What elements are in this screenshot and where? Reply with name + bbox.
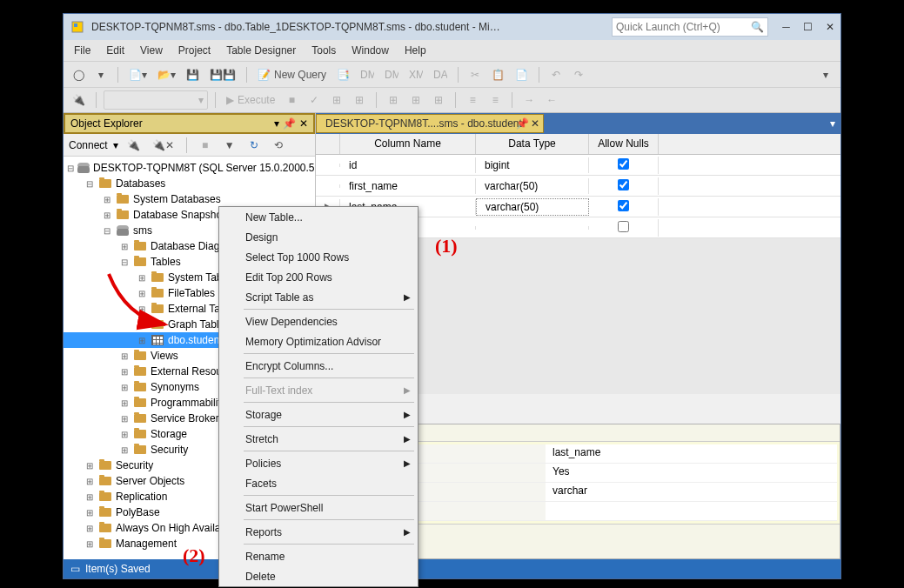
save-button[interactable]: 💾 <box>183 65 203 84</box>
db-engine-query-button[interactable]: 📑 <box>333 65 353 84</box>
doc-tab-student[interactable]: DESKTOP-TQPNM8T....sms - dbo.student 📌 ✕ <box>316 114 544 133</box>
connection-button[interactable]: 🔌 <box>69 90 89 110</box>
disconnect-icon[interactable]: 🔌✕ <box>149 136 177 155</box>
quick-launch[interactable]: 🔍 <box>612 17 768 37</box>
menu-table-designer[interactable]: Table Designer <box>219 43 303 58</box>
xml-btn-4[interactable]: DAX <box>430 65 451 84</box>
outdent-button[interactable]: ← <box>542 90 561 110</box>
comment-button[interactable]: ≡ <box>463 90 482 110</box>
context-menu-item[interactable]: Delete <box>219 566 418 586</box>
connect-label[interactable]: Connect <box>69 139 108 151</box>
object-explorer-header: Object Explorer ▾ 📌 ✕ <box>64 113 315 134</box>
svg-text:DMX: DMX <box>385 69 398 81</box>
pin-tab-icon[interactable]: 📌 <box>516 117 529 130</box>
quick-launch-input[interactable] <box>616 21 751 33</box>
context-menu-item[interactable]: Encrypt Columns... <box>219 356 418 376</box>
tree-server[interactable]: ⊟DESKTOP-TQPNM8T (SQL Server 15.0.2000.5 <box>64 160 315 176</box>
cut-button[interactable]: ✂ <box>465 65 485 84</box>
redo-button[interactable]: ↷ <box>569 65 588 84</box>
menu-window[interactable]: Window <box>345 43 396 58</box>
context-menu-item[interactable]: Rename <box>219 546 418 566</box>
menu-file[interactable]: File <box>67 43 97 58</box>
table-row[interactable]: first_name varchar(50) <box>316 176 840 197</box>
minimize-button[interactable]: ─ <box>775 17 797 38</box>
uncomment-button[interactable]: ≡ <box>485 90 505 110</box>
col-header-type[interactable]: Data Type <box>476 134 589 154</box>
context-menu-item[interactable]: Design <box>219 227 418 247</box>
query-icon: 📝 <box>258 69 271 81</box>
svg-rect-1 <box>74 23 77 27</box>
col-header-name[interactable]: Column Name <box>340 134 476 154</box>
toolbar-main: ◯ ▾ 📄▾ 📂▾ 💾 💾💾 📝 New Query 📑 DMX DMX XML… <box>64 61 840 87</box>
tree-databases[interactable]: ⊟Databases <box>64 176 315 191</box>
context-menu-item[interactable]: Select Top 1000 Rows <box>219 247 418 267</box>
filter-icon[interactable]: ▼ <box>220 136 239 155</box>
context-menu-item[interactable]: Reports▶ <box>219 522 418 542</box>
menubar: File Edit View Project Table Designer To… <box>64 40 840 61</box>
refresh-icon[interactable]: ↻ <box>244 136 264 155</box>
plan2-button[interactable]: ⊞ <box>350 90 369 110</box>
tree-system-databases[interactable]: ⊞System Databases <box>64 191 315 207</box>
context-menu-item[interactable]: Storage▶ <box>219 404 418 424</box>
context-menu-item[interactable]: Policies▶ <box>219 453 418 473</box>
parse-button[interactable]: ✓ <box>305 90 324 110</box>
dropdown-icon[interactable]: ▾ <box>274 117 279 130</box>
db-combo[interactable]: ▾ <box>104 90 208 110</box>
xml-btn-2[interactable]: DMX <box>381 65 402 84</box>
menu-view[interactable]: View <box>133 43 170 58</box>
toolbar-overflow[interactable]: ▾ <box>816 65 835 84</box>
null-checkbox[interactable] <box>618 179 629 190</box>
sync-icon[interactable]: ⟲ <box>269 136 288 155</box>
results-grid-button[interactable]: ⊞ <box>384 90 403 110</box>
indent-button[interactable]: → <box>519 90 539 110</box>
stop-icon[interactable]: ■ <box>196 136 215 155</box>
new-button[interactable]: 📄▾ <box>125 65 151 84</box>
context-menu-item[interactable]: Stretch▶ <box>219 429 418 449</box>
tab-dropdown-icon[interactable]: ▾ <box>825 117 840 130</box>
stop-button[interactable]: ■ <box>282 90 301 110</box>
xml-btn-1[interactable]: DMX <box>357 65 378 84</box>
null-checkbox[interactable] <box>618 158 629 170</box>
menu-help[interactable]: Help <box>398 43 433 58</box>
pin-icon[interactable]: 📌 <box>283 117 296 130</box>
nav-fwd-button[interactable]: ▾ <box>91 65 110 84</box>
execute-button[interactable]: ▶ Execute <box>223 90 278 110</box>
copy-button[interactable]: 📋 <box>488 65 508 84</box>
undo-button[interactable]: ↶ <box>546 65 566 84</box>
null-checkbox[interactable] <box>618 221 629 232</box>
context-menu-item[interactable]: New Table... <box>219 207 418 227</box>
context-menu-item[interactable]: Script Table as▶ <box>219 287 418 307</box>
col-header-nulls[interactable]: Allow Nulls <box>589 134 659 154</box>
close-panel-icon[interactable]: ✕ <box>299 117 308 130</box>
new-query-button[interactable]: 📝 New Query <box>254 65 330 84</box>
menu-edit[interactable]: Edit <box>99 43 131 58</box>
app-window: DESKTOP-TQPNM8T.sms - dbo.Table_1DESKTOP… <box>63 13 841 579</box>
results-file-button[interactable]: ⊞ <box>429 90 448 110</box>
close-button[interactable]: ✕ <box>819 17 840 38</box>
connect-icon[interactable]: 🔌 <box>124 136 144 155</box>
annotation-label-2: (2) <box>183 545 205 567</box>
xml-btn-3[interactable]: XMLA <box>405 65 426 84</box>
menu-project[interactable]: Project <box>171 43 218 58</box>
nav-back-button[interactable]: ◯ <box>69 65 88 84</box>
context-menu-item[interactable]: Edit Top 200 Rows <box>219 267 418 287</box>
status-icon: ▭ <box>70 563 80 575</box>
context-menu-item[interactable]: Memory Optimization Advisor <box>219 331 418 351</box>
maximize-button[interactable]: ☐ <box>797 17 819 38</box>
context-menu-item[interactable]: Start PowerShell <box>219 498 418 518</box>
play-icon: ▶ <box>226 94 234 106</box>
results-text-button[interactable]: ⊞ <box>406 90 425 110</box>
table-row[interactable]: id bigint <box>316 155 840 176</box>
context-menu-item[interactable]: View Dependencies <box>219 311 418 331</box>
context-menu-item[interactable]: Full-Text index▶ <box>219 380 418 400</box>
context-menu-item[interactable]: Facets <box>219 473 418 493</box>
save-all-button[interactable]: 💾💾 <box>206 65 239 84</box>
close-tab-icon[interactable]: ✕ <box>531 117 539 130</box>
context-menu: New Table...DesignSelect Top 1000 RowsEd… <box>218 206 419 587</box>
null-checkbox[interactable] <box>618 200 629 211</box>
plan-button[interactable]: ⊞ <box>327 90 346 110</box>
open-button[interactable]: 📂▾ <box>154 65 179 84</box>
paste-button[interactable]: 📄 <box>512 65 532 84</box>
menu-tools[interactable]: Tools <box>305 43 343 58</box>
titlebar: DESKTOP-TQPNM8T.sms - dbo.Table_1DESKTOP… <box>64 14 840 40</box>
